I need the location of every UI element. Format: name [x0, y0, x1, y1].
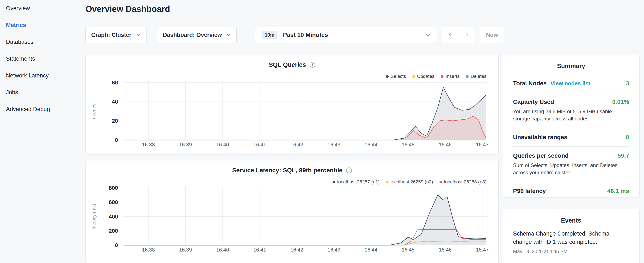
legend-item: Deletes — [466, 74, 486, 79]
page-title: Overview Dashboard — [86, 4, 170, 14]
legend-item: Updates — [412, 74, 434, 79]
sidebar-item-overview[interactable]: Overview — [0, 0, 85, 17]
svg-text:16:46: 16:46 — [439, 247, 452, 252]
sidebar-item-advanced-debug[interactable]: Advanced Debug — [0, 101, 85, 118]
legend-label: localhost:26258 (n3) — [444, 179, 486, 185]
summary-panel: Summary Total Nodes View nodes list 3 Ca… — [502, 55, 640, 198]
summary-row-p99-latency: P99 latency 46.1 ms — [513, 182, 629, 200]
chevron-right-icon — [465, 33, 470, 37]
chevron-down-icon — [137, 33, 141, 37]
svg-text:16:41: 16:41 — [253, 247, 266, 252]
time-range-badge: 10m — [262, 31, 278, 39]
dashboard-dropdown[interactable]: Dashboard: Overview — [157, 27, 237, 43]
event-item: Schema Change Completed: Schema change w… — [513, 229, 629, 254]
info-icon[interactable]: i — [310, 62, 315, 68]
now-button-label: Now — [486, 32, 498, 38]
view-nodes-list-link[interactable]: View nodes list — [550, 80, 590, 87]
legend-item: Selects — [386, 74, 406, 79]
svg-text:16:38: 16:38 — [142, 142, 155, 147]
now-button[interactable]: Now — [480, 27, 504, 43]
svg-text:16:43: 16:43 — [328, 247, 340, 252]
svg-text:queries: queries — [91, 104, 96, 119]
summary-row-label: Queries per second — [513, 152, 568, 159]
events-panel: Events Schema Change Completed: Schema c… — [502, 209, 640, 263]
summary-title: Summary — [513, 55, 629, 70]
legend-dot — [440, 181, 442, 183]
time-step-forward-button[interactable] — [458, 27, 475, 43]
legend-label: Deletes — [470, 74, 486, 79]
legend-label: Selects — [390, 74, 406, 79]
legend-label: localhost:26257 (n1) — [337, 179, 380, 185]
legend-dot — [441, 75, 444, 78]
summary-row-label: Capacity Used — [513, 99, 554, 105]
dashboard-dropdown-label: Dashboard: Overview — [163, 32, 222, 38]
summary-row-description: You are using 28.6 MiB of 515.9 GiB usab… — [513, 108, 629, 122]
summary-row-value: 0 — [626, 134, 629, 141]
svg-text:16:45: 16:45 — [402, 142, 414, 147]
svg-text:800: 800 — [109, 185, 118, 191]
service-latency-chart: 16:3816:3916:4016:4116:4216:4316:4416:45… — [86, 185, 498, 259]
summary-row-label: P99 latency — [513, 188, 546, 194]
legend-item: localhost:26258 (n3) — [440, 179, 486, 185]
svg-text:16:47: 16:47 — [476, 247, 488, 252]
events-title: Events — [513, 209, 629, 224]
legend-dot — [332, 181, 335, 183]
sidebar-item-jobs[interactable]: Jobs — [0, 84, 85, 101]
summary-row-value: 46.1 ms — [607, 188, 629, 194]
svg-text:400: 400 — [109, 213, 118, 220]
summary-row-unavailable-ranges: Unavailable ranges 0 — [513, 128, 629, 147]
legend-dot — [466, 75, 468, 78]
sidebar-item-databases[interactable]: Databases — [0, 34, 85, 51]
legend-label: Updates — [417, 74, 434, 79]
legend-item: localhost:26257 (n1) — [332, 179, 380, 185]
svg-text:16:46: 16:46 — [439, 142, 452, 147]
event-message: Schema Change Completed: Schema change w… — [513, 229, 629, 246]
chevron-down-icon — [426, 33, 430, 37]
legend-dot — [386, 75, 389, 78]
time-step-back-button[interactable] — [442, 27, 458, 43]
svg-text:16:40: 16:40 — [216, 247, 229, 252]
info-icon[interactable]: i — [346, 167, 352, 173]
time-range-label: Past 10 Minutes — [283, 32, 328, 38]
legend-dot — [386, 181, 389, 183]
graph-dropdown-label: Graph: Cluster — [91, 32, 132, 38]
service-latency-panel: Service Latency: SQL, 99th percentile i … — [86, 160, 498, 263]
summary-row-value: 59.7 — [618, 152, 629, 159]
chevron-down-icon — [227, 33, 231, 37]
svg-text:20: 20 — [112, 118, 118, 124]
svg-text:16:44: 16:44 — [365, 142, 378, 147]
sidebar-item-metrics[interactable]: Metrics — [0, 17, 85, 34]
sidebar: Overview Metrics Databases Statements Ne… — [0, 0, 85, 263]
sql-queries-chart: 16:3816:3916:4016:4116:4216:4316:4416:45… — [86, 80, 498, 154]
legend-label: Inserts — [446, 74, 460, 79]
svg-text:16:42: 16:42 — [290, 247, 303, 252]
svg-text:16:41: 16:41 — [253, 142, 266, 147]
summary-row-label: Total Nodes — [513, 80, 546, 87]
svg-text:16:40: 16:40 — [216, 142, 229, 147]
sidebar-item-network-latency[interactable]: Network Latency — [0, 67, 85, 84]
summary-row-description: Sum of Selects, Updates, Inserts, and De… — [513, 162, 629, 176]
svg-text:0: 0 — [115, 137, 118, 143]
summary-row-value: 0.01% — [612, 99, 629, 105]
legend-dot — [412, 75, 415, 78]
summary-row-value: 3 — [626, 80, 629, 87]
svg-text:0: 0 — [115, 242, 118, 248]
chevron-left-icon — [448, 33, 453, 37]
chart-title: Service Latency: SQL, 99th percentile — [232, 167, 342, 174]
sidebar-item-statements[interactable]: Statements — [0, 51, 85, 67]
legend-label: localhost:26259 (n2) — [390, 179, 433, 185]
svg-text:16:44: 16:44 — [365, 247, 378, 252]
svg-text:40: 40 — [112, 99, 118, 105]
svg-text:16:39: 16:39 — [179, 247, 192, 252]
event-timestamp: May 13, 2020 at 4:45 PM — [513, 249, 629, 254]
svg-text:16:39: 16:39 — [179, 142, 192, 147]
time-range-dropdown[interactable]: 10m Past 10 Minutes — [255, 27, 437, 43]
legend-item: Inserts — [441, 74, 460, 79]
chart-legend: localhost:26257 (n1) localhost:26259 (n2… — [332, 179, 486, 185]
summary-row-total-nodes: Total Nodes View nodes list 3 — [513, 74, 629, 93]
svg-text:200: 200 — [109, 228, 118, 234]
summary-row-label: Unavailable ranges — [513, 134, 567, 141]
graph-dropdown[interactable]: Graph: Cluster — [86, 27, 147, 43]
svg-text:16:38: 16:38 — [142, 247, 155, 252]
chart-title: SQL Queries — [269, 61, 306, 68]
